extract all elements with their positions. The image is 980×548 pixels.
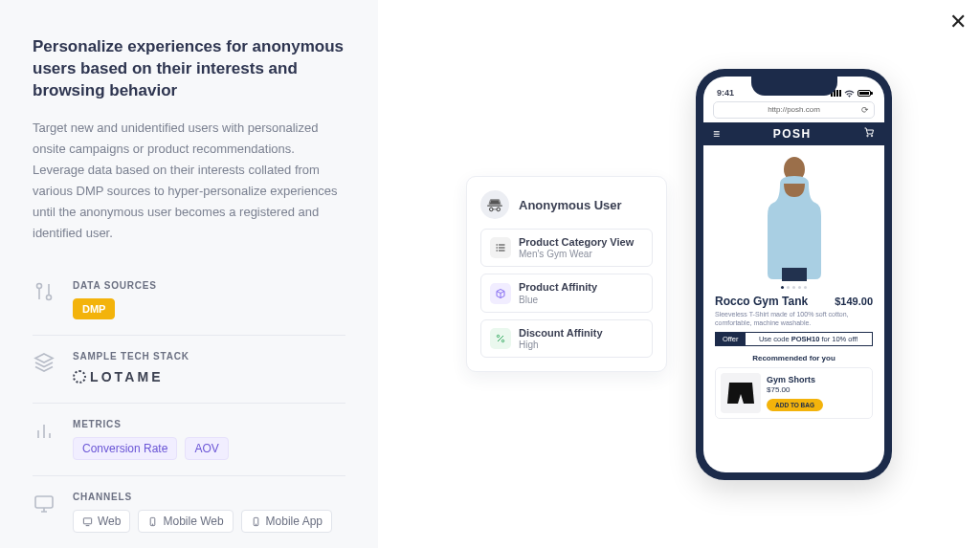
channel-mobile-app: Mobile App [241, 510, 332, 533]
svg-point-1 [47, 296, 52, 300]
svg-point-9 [497, 208, 500, 210]
section-metrics: METRICS Conversion Rate AOV [33, 404, 345, 476]
url-text: http://posh.com [768, 105, 820, 114]
status-time: 9:41 [717, 88, 734, 98]
anonymous-user-card: Anonymous User Product Category ViewMen'… [466, 176, 667, 372]
svg-point-16 [497, 335, 499, 337]
battery-icon [858, 90, 871, 97]
svg-point-18 [867, 135, 869, 137]
stack-icon [33, 351, 56, 374]
product-subtitle: Sleeveless T-Shirt made of 100% soft cot… [715, 310, 873, 327]
product-image [703, 149, 884, 283]
phone-icon [251, 516, 261, 527]
svg-point-0 [37, 284, 42, 289]
svg-rect-12 [497, 248, 499, 249]
cube-icon [490, 283, 511, 304]
section-label: SAMPLE TECH STACK [73, 351, 345, 362]
attribute-row: Product AffinityBlue [480, 274, 653, 312]
offer-tag: Offer [716, 333, 746, 345]
rec-name: Gym Shorts [767, 375, 867, 384]
channels-icon [33, 492, 56, 515]
svg-rect-3 [83, 518, 91, 524]
lotame-icon [73, 370, 86, 384]
store-header: ≡ POSH [703, 122, 884, 145]
attribute-row: Product Category ViewMen's Gym Wear [480, 229, 653, 267]
svg-point-7 [256, 524, 256, 525]
data-sources-icon [33, 280, 56, 303]
svg-rect-10 [497, 245, 499, 246]
section-label: CHANNELS [73, 492, 345, 502]
menu-icon: ≡ [713, 127, 721, 141]
svg-rect-14 [497, 251, 499, 252]
section-tech-stack: SAMPLE TECH STACK LOTAME [33, 336, 345, 404]
section-label: METRICS [73, 419, 345, 429]
incognito-icon [480, 190, 509, 219]
recommended-heading: Recommended for you [715, 354, 873, 362]
attr-title: Product Category View [519, 236, 634, 249]
card-title: Anonymous User [519, 198, 622, 212]
url-bar: http://posh.com ⟳ [713, 101, 875, 119]
channel-label: Mobile App [266, 515, 323, 528]
pill-aov: AOV [185, 437, 228, 460]
phone-icon [147, 516, 158, 527]
info-panel: Personalize experiences for anonymous us… [0, 0, 378, 548]
attr-sub: Men's Gym Wear [519, 249, 634, 259]
section-data-sources: DATA SOURCES DMP [33, 265, 345, 336]
channel-web: Web [73, 510, 130, 533]
status-icons [831, 90, 871, 98]
visualization-panel: ✕ Anonymous User Product Category ViewMe… [378, 0, 980, 548]
svg-rect-15 [499, 251, 505, 252]
cart-icon [863, 126, 875, 141]
svg-point-17 [501, 340, 503, 341]
channel-label: Web [98, 515, 121, 528]
svg-rect-21 [782, 268, 807, 281]
pill-dmp: DMP [73, 298, 115, 319]
brand-logo: POSH [721, 127, 863, 141]
attr-title: Product Affinity [519, 281, 597, 294]
pill-conversion-rate: Conversion Rate [73, 437, 177, 460]
section-channels: CHANNELS Web Mobile Web Mobile App [33, 476, 345, 548]
phone-mockup: 9:41 http://posh.com ⟳ ≡ POSH [696, 69, 892, 480]
product-hero [703, 145, 884, 289]
phone-notch [751, 77, 837, 96]
wifi-icon [844, 90, 855, 98]
add-to-bag-button: ADD TO BAG [767, 399, 823, 411]
page-heading: Personalize experiences for anonymous us… [33, 36, 345, 102]
product-name: Rocco Gym Tank [715, 295, 808, 308]
refresh-icon: ⟳ [861, 105, 869, 115]
page-description: Target new and unidentified users with p… [33, 118, 345, 245]
offer-text: Use code POSH10 for 10% off! [746, 333, 872, 345]
attr-sub: High [519, 340, 603, 350]
svg-rect-2 [35, 496, 53, 508]
svg-point-19 [871, 135, 873, 137]
channel-mobile-web: Mobile Web [138, 510, 233, 533]
rec-price: $75.00 [767, 385, 867, 394]
svg-rect-11 [499, 245, 505, 246]
recommended-card: Gym Shorts $75.00 ADD TO BAG [715, 367, 873, 419]
channel-label: Mobile Web [163, 515, 223, 528]
monitor-icon [82, 516, 93, 527]
attr-title: Discount Affinity [519, 327, 603, 340]
attr-sub: Blue [519, 295, 597, 305]
svg-point-5 [153, 524, 154, 525]
svg-rect-13 [499, 248, 505, 249]
list-icon [490, 237, 511, 258]
metrics-icon [33, 419, 56, 442]
rec-thumbnail [721, 373, 761, 413]
percent-icon [490, 328, 511, 349]
offer-banner: Offer Use code POSH10 for 10% off! [715, 332, 873, 346]
svg-point-8 [490, 208, 493, 210]
lotame-text: LOTAME [90, 369, 164, 384]
product-price: $149.00 [835, 296, 873, 307]
attribute-row: Discount AffinityHigh [480, 319, 653, 358]
section-label: DATA SOURCES [73, 280, 345, 291]
tech-logo-lotame: LOTAME [73, 369, 164, 384]
